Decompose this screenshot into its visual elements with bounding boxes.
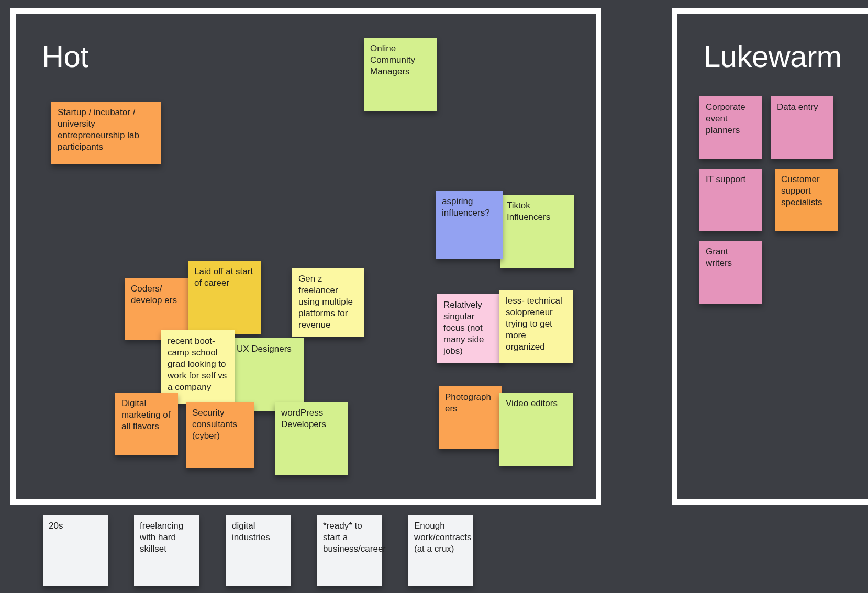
tray-text: freelancing with hard skillset <box>140 521 183 554</box>
sticky-text: Photograph ers <box>445 392 491 413</box>
sticky-it-support[interactable]: IT support <box>699 169 762 231</box>
sticky-less-tech[interactable]: less- technical solopreneur trying to ge… <box>499 290 573 363</box>
sticky-text: aspiring influencers? <box>442 196 490 218</box>
sticky-cust-support[interactable]: Customer support specialists <box>775 169 838 231</box>
sticky-text: Grant writers <box>706 247 732 268</box>
sticky-text: Startup / incubator / university entrepr… <box>58 107 139 152</box>
sticky-genz[interactable]: Gen z freelancer using multiple platform… <box>292 268 364 337</box>
sticky-text: Tiktok Influencers <box>507 200 550 222</box>
sticky-singular-focus[interactable]: Relatively singular focus (not many side… <box>437 294 503 363</box>
frame-hot-title: Hot <box>42 39 88 74</box>
tray-note-4[interactable]: *ready* to start a business/career <box>317 515 382 586</box>
sticky-startup[interactable]: Startup / incubator / university entrepr… <box>51 102 161 164</box>
sticky-text: IT support <box>706 174 745 184</box>
tray-text: Enough work/contracts (at a crux) <box>414 521 472 554</box>
tray-note-1[interactable]: 20s <box>43 515 108 586</box>
sticky-laid-off[interactable]: Laid off at start of career <box>188 261 261 334</box>
sticky-photographers[interactable]: Photograph ers <box>439 386 502 449</box>
sticky-aspiring-inf[interactable]: aspiring influencers? <box>436 191 503 259</box>
sticky-text: Security consultants (cyber) <box>192 408 237 441</box>
sticky-online-community[interactable]: Online Community Managers <box>364 38 437 111</box>
sticky-text: Data entry <box>777 102 818 112</box>
frame-hot[interactable]: Hot Startup / incubator / university ent… <box>10 8 601 505</box>
sticky-text: Coders/ develop ers <box>131 284 177 305</box>
sticky-text: Customer support specialists <box>781 174 822 207</box>
sticky-video-editors[interactable]: Video editors <box>499 393 573 466</box>
frame-lukewarm-title: Lukewarm <box>704 39 842 74</box>
sticky-text: Video editors <box>506 398 558 408</box>
frame-lukewarm[interactable]: Lukewarm Corporate event planners Data e… <box>672 8 868 505</box>
sticky-text: less- technical solopreneur trying to ge… <box>506 296 562 352</box>
sticky-text: Online Community Managers <box>370 43 415 76</box>
sticky-wordpress[interactable]: wordPress Developers <box>275 402 348 475</box>
tray-text: 20s <box>49 521 63 531</box>
tray-text: *ready* to start a business/career <box>323 521 386 554</box>
tray-text: digital industries <box>232 521 270 542</box>
tray-note-3[interactable]: digital industries <box>226 515 291 586</box>
sticky-corp-event[interactable]: Corporate event planners <box>699 96 762 159</box>
sticky-grant[interactable]: Grant writers <box>699 241 762 304</box>
sticky-text: UX Designers <box>237 344 292 354</box>
tray-note-5[interactable]: Enough work/contracts (at a crux) <box>408 515 473 586</box>
sticky-text: wordPress Developers <box>281 408 326 429</box>
sticky-text: Relatively singular focus (not many side… <box>443 300 484 356</box>
sticky-data-entry[interactable]: Data entry <box>771 96 833 159</box>
tray-note-2[interactable]: freelancing with hard skillset <box>134 515 199 586</box>
sticky-dig-marketing[interactable]: Digital marketing of all flavors <box>115 393 178 455</box>
sticky-text: Laid off at start of career <box>194 266 253 288</box>
sticky-text: recent boot-camp school grad looking to … <box>168 336 227 392</box>
sticky-text: Corporate event planners <box>706 102 745 135</box>
sticky-ux[interactable]: UX Designers <box>230 338 304 411</box>
sticky-tiktok[interactable]: Tiktok Influencers <box>500 195 574 268</box>
sticky-text: Gen z freelancer using multiple platform… <box>298 274 353 330</box>
sticky-text: Digital marketing of all flavors <box>121 398 171 431</box>
sticky-security[interactable]: Security consultants (cyber) <box>186 402 254 468</box>
